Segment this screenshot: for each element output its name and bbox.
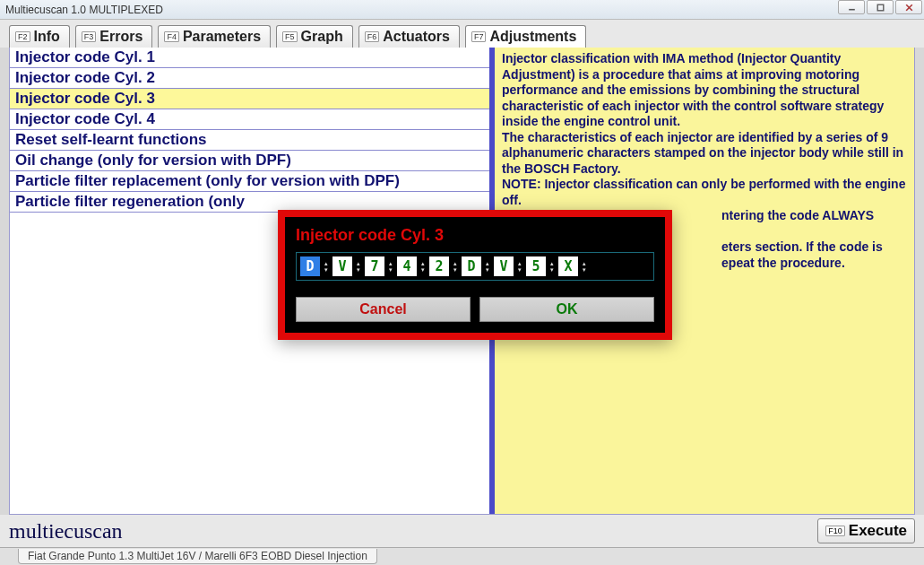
tab-adjustments[interactable]: F7Adjustments xyxy=(465,25,586,48)
tab-info[interactable]: F2Info xyxy=(9,25,70,48)
tab-label: Adjustments xyxy=(489,29,576,45)
code-spinner[interactable] xyxy=(385,256,396,276)
tab-label: Graph xyxy=(301,29,343,45)
ok-button[interactable]: OK xyxy=(479,297,654,322)
tab-errors[interactable]: F3Errors xyxy=(75,25,153,48)
brand-logo: multiecuscan xyxy=(9,519,123,543)
list-item[interactable]: Injector code Cyl. 4 xyxy=(10,109,489,130)
code-digit[interactable]: 4 xyxy=(397,256,417,276)
code-spinner[interactable] xyxy=(321,256,332,276)
execute-label: Execute xyxy=(849,522,907,540)
maximize-button[interactable] xyxy=(867,0,894,14)
tab-graph[interactable]: F5Graph xyxy=(276,25,353,48)
code-digit[interactable]: X xyxy=(558,256,578,276)
code-digit[interactable]: D xyxy=(462,256,481,276)
svg-rect-1 xyxy=(877,4,884,11)
code-spinner[interactable] xyxy=(418,256,428,276)
window-title: Multiecuscan 1.0 MULTIPLEXED xyxy=(5,4,163,16)
tab-label: Info xyxy=(34,29,60,45)
code-digit[interactable]: 7 xyxy=(365,256,384,276)
fkey-badge: F7 xyxy=(471,31,487,42)
code-spinner[interactable] xyxy=(450,256,461,276)
dialog-buttons: Cancel OK xyxy=(296,297,654,322)
fkey-badge: F2 xyxy=(15,31,30,42)
cancel-button[interactable]: Cancel xyxy=(296,297,471,322)
tab-actuators[interactable]: F6Actuators xyxy=(358,25,460,48)
execute-button[interactable]: F10 Execute xyxy=(817,518,915,543)
code-spinner[interactable] xyxy=(547,256,557,276)
dialog-title: Injector code Cyl. 3 xyxy=(296,226,654,245)
close-button[interactable] xyxy=(895,0,922,14)
code-spinner[interactable] xyxy=(579,256,590,276)
tab-label: Parameters xyxy=(183,29,261,45)
fkey-badge: F5 xyxy=(282,31,298,42)
code-digit[interactable]: V xyxy=(332,256,352,276)
code-spinner[interactable] xyxy=(482,256,493,276)
list-item[interactable]: Particle filter replacement (only for ve… xyxy=(10,171,489,192)
code-digit[interactable]: 2 xyxy=(429,256,449,276)
status-strip: Fiat Grande Punto 1.3 MultiJet 16V / Mar… xyxy=(0,547,924,565)
list-item[interactable]: Reset self-learnt functions xyxy=(10,130,489,151)
fkey-badge: F6 xyxy=(365,31,380,42)
list-item[interactable]: Injector code Cyl. 2 xyxy=(10,68,489,89)
tab-bar: F2InfoF3ErrorsF4ParametersF5GraphF6Actua… xyxy=(0,20,924,48)
injector-code-dialog: Injector code Cyl. 3 DV742DV5X Cancel OK xyxy=(278,210,672,340)
status-vehicle: Fiat Grande Punto 1.3 MultiJet 16V / Mar… xyxy=(18,549,377,564)
window-buttons xyxy=(838,0,922,14)
fkey-badge: F4 xyxy=(164,31,179,42)
code-spinner[interactable] xyxy=(514,256,525,276)
tab-parameters[interactable]: F4Parameters xyxy=(158,25,271,48)
list-item[interactable]: Injector code Cyl. 3 xyxy=(10,89,489,109)
title-bar: Multiecuscan 1.0 MULTIPLEXED xyxy=(0,0,924,20)
minimize-button[interactable] xyxy=(838,0,865,14)
code-digit[interactable]: V xyxy=(494,256,514,276)
footer-bar: multiecuscan F10 Execute xyxy=(0,515,924,547)
fkey-badge: F3 xyxy=(82,31,97,42)
list-item[interactable]: Oil change (only for version with DPF) xyxy=(10,151,489,171)
list-item[interactable]: Injector code Cyl. 1 xyxy=(10,48,489,68)
code-input-row: DV742DV5X xyxy=(296,252,654,281)
code-digit[interactable]: D xyxy=(300,256,320,276)
code-digit[interactable]: 5 xyxy=(526,256,546,276)
tab-label: Actuators xyxy=(383,29,450,45)
fkey-badge: F10 xyxy=(825,526,845,536)
code-spinner[interactable] xyxy=(353,256,364,276)
tab-label: Errors xyxy=(99,29,142,45)
